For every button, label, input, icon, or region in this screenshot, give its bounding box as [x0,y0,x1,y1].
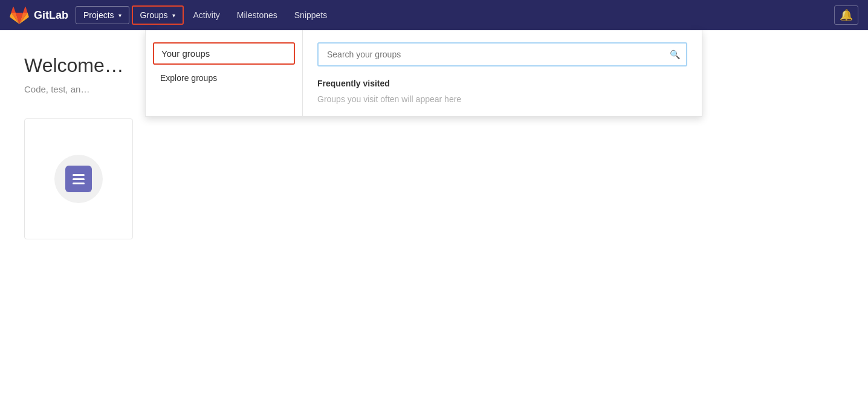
projects-button[interactable]: Projects ▾ [76,6,129,24]
notification-bell-button[interactable]: 🔔 [834,5,858,25]
brand-name: GitLab [34,9,68,22]
gitlab-logo-icon [10,5,29,25]
search-wrapper: 🔍 [317,42,687,66]
bar-3 [73,183,85,184]
list-icon [73,174,85,184]
feature-card [24,118,133,239]
bar-1 [73,174,85,176]
groups-label: Groups [140,10,168,20]
groups-chevron-icon: ▾ [172,12,175,19]
projects-chevron-icon: ▾ [118,12,121,19]
frequently-visited-description: Groups you visit often will appear here [317,94,687,104]
activity-link[interactable]: Activity [186,7,227,24]
your-groups-item[interactable]: Your groups [153,42,295,65]
main-content: Welcome… Code, test, an… Your g [0,30,868,411]
card-icon-circle [54,155,103,203]
brand-link[interactable]: GitLab [10,5,68,25]
card-area [0,106,868,251]
dropdown-right-panel: 🔍 Frequently visited Groups you visit of… [303,30,702,116]
bell-icon: 🔔 [840,9,853,21]
dropdown-left-panel: Your groups Explore groups [146,30,303,116]
milestones-link[interactable]: Milestones [230,7,285,24]
groups-button[interactable]: Groups ▾ [132,5,184,25]
snippets-link[interactable]: Snippets [287,7,334,24]
card-icon-inner [65,166,92,192]
projects-label: Projects [83,10,114,20]
search-icon: 🔍 [670,50,680,59]
explore-groups-item[interactable]: Explore groups [146,67,302,89]
bar-2 [73,178,85,180]
navbar: GitLab Projects ▾ Groups ▾ Activity Mile… [0,0,868,30]
search-groups-input[interactable] [317,42,687,66]
groups-dropdown: Your groups Explore groups 🔍 Frequently … [145,30,702,117]
frequently-visited-heading: Frequently visited [317,79,687,88]
